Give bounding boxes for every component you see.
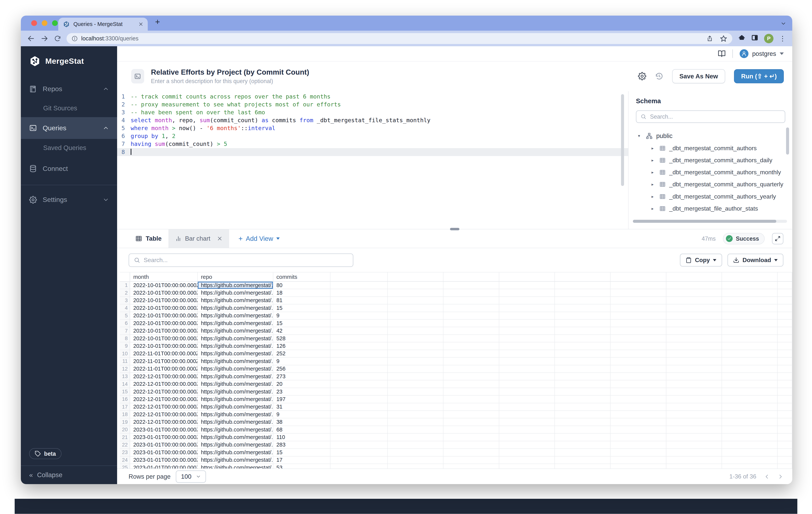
cell-commits[interactable]: 18 (273, 289, 330, 297)
cell-month[interactable]: 2023-01-01T00:00:00.000Z (130, 449, 198, 456)
filler-cell[interactable] (330, 418, 388, 426)
cell-repo[interactable]: https://github.com/mergestat/... (198, 327, 273, 335)
filler-cell[interactable] (330, 403, 388, 411)
table-row[interactable]: 112022-11-01T00:00:00.000Zhttps://github… (120, 358, 792, 365)
filler-cell[interactable] (330, 456, 388, 464)
filler-cell[interactable] (388, 342, 443, 350)
cell-commits[interactable]: 15 (273, 304, 330, 312)
filler-cell[interactable] (555, 426, 610, 433)
filler-cell[interactable] (443, 282, 499, 289)
filler-cell[interactable] (330, 342, 388, 350)
filler-cell[interactable] (388, 388, 443, 396)
filler-cell[interactable] (610, 358, 666, 365)
filler-cell[interactable] (443, 320, 499, 327)
filler-cell[interactable] (778, 365, 792, 373)
cell-repo[interactable]: https://github.com/mergestat/... (198, 411, 273, 418)
filler-header[interactable] (330, 273, 388, 281)
fullscreen-window-button[interactable] (52, 20, 58, 26)
query-title[interactable]: Relative Efforts by Project (by Commit C… (151, 68, 631, 76)
row-number[interactable]: 24 (120, 456, 130, 464)
filler-cell[interactable] (555, 380, 610, 388)
filler-cell[interactable] (722, 388, 778, 396)
filler-cell[interactable] (666, 433, 722, 441)
cell-month[interactable]: 2022-10-01T00:00:00.000Z (130, 282, 198, 289)
filler-cell[interactable] (666, 373, 722, 380)
filler-cell[interactable] (388, 282, 443, 289)
chevron-collapsed-icon[interactable]: ▸ (649, 146, 656, 151)
chevron-expanded-icon[interactable]: ▾ (636, 133, 642, 138)
row-number[interactable]: 9 (120, 342, 130, 350)
row-number[interactable]: 18 (120, 411, 130, 418)
filler-cell[interactable] (610, 327, 666, 335)
filler-cell[interactable] (722, 365, 778, 373)
filler-cell[interactable] (722, 350, 778, 358)
cell-repo[interactable]: https://github.com/mergestat/... (198, 388, 273, 396)
filler-cell[interactable] (778, 289, 792, 297)
filler-cell[interactable] (555, 350, 610, 358)
filler-cell[interactable] (330, 441, 388, 449)
cell-commits[interactable]: 256 (273, 365, 330, 373)
filler-cell[interactable] (666, 388, 722, 396)
row-number[interactable]: 14 (120, 380, 130, 388)
filler-cell[interactable] (330, 411, 388, 418)
filler-cell[interactable] (443, 373, 499, 380)
filler-cell[interactable] (330, 449, 388, 456)
chevron-collapsed-icon[interactable]: ▸ (649, 194, 656, 199)
filler-cell[interactable] (666, 396, 722, 403)
filler-cell[interactable] (499, 282, 555, 289)
filler-cell[interactable] (778, 373, 792, 380)
row-number[interactable]: 4 (120, 304, 130, 312)
filler-cell[interactable] (330, 388, 388, 396)
sidebar-item-saved-queries[interactable]: Saved Queries (21, 139, 117, 156)
filler-cell[interactable] (443, 433, 499, 441)
filler-cell[interactable] (555, 373, 610, 380)
filler-cell[interactable] (443, 297, 499, 304)
cell-repo[interactable]: https://github.com/mergestat/... (198, 380, 273, 388)
table-row[interactable]: 162022-12-01T00:00:00.000Zhttps://github… (120, 396, 792, 403)
sidebar-item-repos[interactable]: Repos (21, 79, 117, 99)
filler-cell[interactable] (778, 358, 792, 365)
filler-cell[interactable] (443, 426, 499, 433)
filler-cell[interactable] (555, 411, 610, 418)
sidebar-item-queries[interactable]: Queries (21, 117, 117, 139)
filler-cell[interactable] (330, 320, 388, 327)
filler-cell[interactable] (610, 396, 666, 403)
sidebar-item-connect[interactable]: Connect (21, 156, 117, 180)
filler-cell[interactable] (388, 418, 443, 426)
chevron-collapsed-icon[interactable]: ▸ (649, 158, 656, 163)
cell-commits[interactable]: 283 (273, 441, 330, 449)
filler-cell[interactable] (722, 342, 778, 350)
filler-cell[interactable] (388, 433, 443, 441)
filler-cell[interactable] (499, 418, 555, 426)
site-info-icon[interactable] (72, 36, 78, 41)
filler-cell[interactable] (499, 464, 555, 468)
cell-commits[interactable]: 252 (273, 350, 330, 358)
filler-cell[interactable] (666, 403, 722, 411)
cell-month[interactable]: 2023-01-01T00:00:00.000Z (130, 426, 198, 433)
filler-cell[interactable] (443, 365, 499, 373)
cell-commits[interactable]: 80 (273, 282, 330, 289)
filler-cell[interactable] (388, 320, 443, 327)
cell-repo[interactable]: https://github.com/mergestat/... (198, 433, 273, 441)
filler-header[interactable] (388, 273, 443, 281)
previous-page-icon[interactable] (764, 474, 770, 479)
cell-month[interactable]: 2023-01-01T00:00:00.000Z (130, 433, 198, 441)
row-number[interactable]: 25 (120, 464, 130, 468)
editor-scrollbar[interactable] (621, 94, 624, 186)
filler-cell[interactable] (499, 365, 555, 373)
cell-repo[interactable]: https://github.com/mergestat/... (198, 418, 273, 426)
filler-header[interactable] (610, 273, 666, 281)
filler-cell[interactable] (778, 380, 792, 388)
filler-cell[interactable] (666, 464, 722, 468)
cell-repo[interactable]: https://github.com/mergestat/... (198, 464, 273, 468)
schema-table-item[interactable]: ▸_dbt_mergestat_commit_authors_quarterly (636, 178, 792, 191)
filler-cell[interactable] (778, 335, 792, 342)
cell-month[interactable]: 2022-10-01T00:00:00.000Z (130, 289, 198, 297)
filler-cell[interactable] (499, 320, 555, 327)
table-row[interactable]: 132022-12-01T00:00:00.000Zhttps://github… (120, 373, 792, 380)
filler-cell[interactable] (610, 411, 666, 418)
chevron-collapsed-icon[interactable]: ▸ (649, 170, 656, 175)
table-row[interactable]: 42022-10-01T00:00:00.000Zhttps://github.… (120, 304, 792, 312)
filler-cell[interactable] (722, 418, 778, 426)
filler-cell[interactable] (443, 358, 499, 365)
